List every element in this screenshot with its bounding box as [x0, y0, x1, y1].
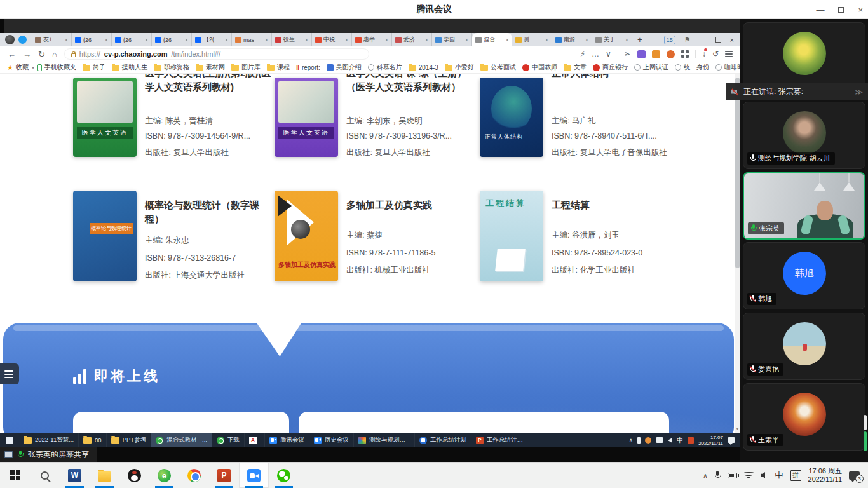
page-scrollbar-thumb[interactable]: [735, 78, 740, 268]
tab-close-icon[interactable]: ×: [145, 37, 148, 43]
browser-tab[interactable]: (26 ×: [152, 33, 192, 46]
book-card[interactable]: 多轴加工及仿真实践 多轴加工及仿真实践 主编: 蔡捷 ISBN: 978-7-1…: [275, 191, 494, 302]
taskbar-app-button[interactable]: 腾讯会议: [265, 433, 309, 447]
browser-tab[interactable]: 关于 ×: [592, 33, 632, 46]
tab-close-icon[interactable]: ×: [305, 37, 308, 43]
participants-scrollbar-thumb[interactable]: [864, 431, 867, 451]
browser-tab[interactable]: 爱济 ×: [392, 33, 432, 46]
book-card[interactable]: 概率论与数理统计 概率论与数理统计（数字课程） 主编: 朱永忠 ISBN: 97…: [73, 191, 292, 302]
taskbar-app-button[interactable]: 测绘与规划学...: [354, 433, 415, 447]
browser-tab[interactable]: 役生 ×: [272, 33, 312, 46]
new-tab-button[interactable]: +: [632, 35, 648, 44]
page-menu-button[interactable]: [0, 363, 19, 384]
participant-tile[interactable]: [743, 22, 865, 90]
speaker-muted-icon[interactable]: [731, 88, 739, 96]
taskbar-app-button[interactable]: 工作总结计划...: [471, 433, 532, 447]
bookmark-item[interactable]: 美图介绍: [323, 63, 365, 72]
raise-hand-icon[interactable]: ≫: [855, 88, 863, 97]
menu-icon[interactable]: [725, 51, 733, 57]
home-icon[interactable]: ⌂: [52, 50, 57, 58]
taskbar-app-button[interactable]: 混合式教材 - ...: [151, 433, 212, 447]
bookmark-item[interactable]: 商丘银行: [590, 63, 631, 72]
start-button[interactable]: [0, 463, 30, 488]
browser-minimize-button[interactable]: —: [700, 36, 707, 44]
participants-scrollbar-track[interactable]: [864, 415, 867, 430]
search-button[interactable]: [30, 463, 60, 488]
browser-tab[interactable]: 南源 ×: [552, 33, 592, 46]
browser-tab[interactable]: 中税 ×: [312, 33, 352, 46]
browser-restore-button[interactable]: [715, 36, 721, 44]
taskbar-app-button[interactable]: 00: [79, 433, 107, 447]
chat-icon[interactable]: [656, 437, 663, 443]
tab-close-icon[interactable]: ×: [345, 37, 348, 43]
taskbar-icon-chrome[interactable]: [179, 463, 209, 488]
scissors-extension-icon[interactable]: ✂: [625, 50, 631, 58]
taskbar-icon-word[interactable]: [60, 463, 90, 488]
tab-close-icon[interactable]: ×: [545, 37, 548, 43]
taskbar-icon-powerpoint[interactable]: [209, 463, 239, 488]
bookmark-item[interactable]: 上网认证: [631, 63, 672, 72]
shared-start-button[interactable]: [0, 433, 19, 447]
ime-language-indicator[interactable]: 中: [775, 470, 783, 481]
book-cover[interactable]: 医学人文英语: [73, 78, 137, 157]
browser-tab[interactable]: 友+ ×: [32, 33, 72, 46]
book-cover[interactable]: 医学人文英语: [275, 78, 338, 157]
browser-tab[interactable]: 【2( ×: [192, 33, 232, 46]
bookmark-item[interactable]: 援助人生: [109, 63, 151, 72]
book-title[interactable]: 正常人体结构: [552, 74, 682, 80]
bookmark-item[interactable]: 素材网: [193, 63, 228, 72]
taskbar-icon-explorer[interactable]: [90, 463, 119, 488]
tab-close-icon[interactable]: ×: [65, 37, 68, 43]
volume-icon[interactable]: [668, 438, 672, 443]
tab-close-icon[interactable]: ×: [225, 37, 228, 43]
taskbar-app-button[interactable]: 工作总结计划: [415, 433, 471, 447]
browser-tab[interactable]: 惠举 ×: [352, 33, 392, 46]
ime-mode-indicator[interactable]: 拼: [790, 470, 801, 481]
purple-extension-icon[interactable]: [637, 50, 646, 58]
bookmark-item[interactable]: 中国教师: [519, 63, 560, 72]
participant-tile[interactable]: 娄喜艳: [743, 313, 865, 380]
taskbar-app-button[interactable]: [245, 433, 265, 447]
page-scrollbar[interactable]: ▾: [735, 74, 740, 433]
bookmark-item[interactable]: 统一身份: [672, 63, 712, 72]
flag-icon[interactable]: ⚑: [684, 36, 691, 44]
back-icon[interactable]: ←: [8, 50, 16, 58]
pin-icon[interactable]: [637, 437, 641, 444]
taskbar-icon-meeting[interactable]: [239, 463, 269, 488]
bookmark-item[interactable]: 2014-3: [405, 64, 442, 71]
book-title[interactable]: 医学人文英语(上册)(第2版)(医学人文英语系列教材): [145, 74, 275, 94]
notification-icon[interactable]: [728, 437, 735, 443]
browser-tab[interactable]: (26 ×: [112, 33, 152, 46]
microphone-tray-icon[interactable]: [715, 471, 721, 480]
bookmark-item[interactable]: 咖啡时光: [712, 63, 740, 72]
participant-tile[interactable]: 张宗英: [743, 172, 865, 240]
taskbar-app-button[interactable]: 历史会议: [309, 433, 354, 447]
bookmark-item[interactable]: 图片库: [228, 63, 264, 72]
participant-tile[interactable]: 王素平: [743, 383, 865, 451]
scrollbar-down-arrow[interactable]: ▾: [735, 425, 740, 433]
coming-soon-card[interactable]: [299, 412, 669, 433]
shared-clock[interactable]: 17:07 2022/11/11: [698, 435, 723, 446]
browser-tab[interactable]: 学园 ×: [432, 33, 472, 46]
game-extension-icon[interactable]: [667, 50, 675, 58]
tray-chevron-icon[interactable]: ∧: [703, 472, 707, 479]
extensions-grid-icon[interactable]: [681, 50, 689, 58]
address-bar[interactable]: https://cv-p.chaoxing.com/tm/index.html#…: [64, 48, 369, 60]
tray-app-icon[interactable]: [688, 437, 694, 444]
book-card[interactable]: 工程结算 工程结算 主编: 谷洪雁，刘玉 ISBN: 978-7-89524-0…: [480, 191, 699, 302]
download-icon[interactable]: ↓: [702, 50, 706, 58]
tab-close-icon[interactable]: ×: [385, 37, 388, 43]
tab-close-icon[interactable]: ×: [105, 37, 108, 43]
bookmark-item[interactable]: 职称资格: [151, 63, 193, 72]
tab-close-icon[interactable]: ×: [625, 37, 628, 43]
restore-button[interactable]: [838, 5, 844, 15]
contacts-icon[interactable]: [645, 437, 651, 444]
taskbar-app-button[interactable]: PPT参考: [107, 433, 151, 447]
book-title[interactable]: 工程结算: [552, 191, 682, 221]
participant-tile[interactable]: 测绘与规划学院-胡云川: [743, 102, 865, 169]
battery-icon[interactable]: [728, 473, 737, 478]
bookmark-item[interactable]: 小爱好: [442, 63, 477, 72]
bookmark-item[interactable]: 简子: [79, 63, 109, 72]
tab-close-icon[interactable]: ×: [185, 37, 188, 43]
taskbar-icon-qq[interactable]: [119, 463, 149, 488]
